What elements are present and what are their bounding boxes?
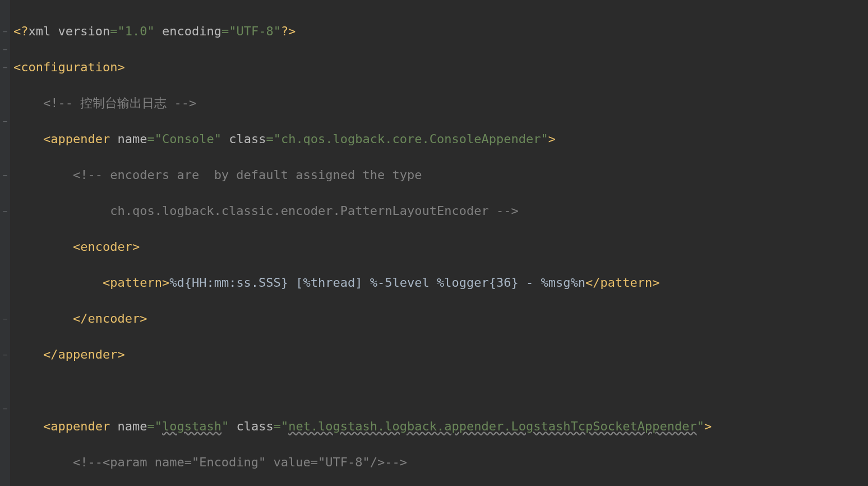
fold-marker[interactable]: − — [3, 22, 7, 40]
fold-marker[interactable]: − — [3, 112, 7, 130]
gutter: − − − − − − − − − — [0, 0, 10, 486]
fold-marker[interactable]: − — [3, 166, 7, 184]
xml-prolog: <? — [13, 24, 29, 38]
code-editor[interactable]: − − − − − − − − − <?xml version="1.0" en… — [0, 0, 868, 486]
fold-marker[interactable]: − — [3, 40, 7, 58]
code-line[interactable] — [13, 382, 712, 400]
fold-marker[interactable]: − — [3, 400, 7, 418]
code-line[interactable]: <?xml version="1.0" encoding="UTF-8"?> — [13, 22, 712, 40]
code-line[interactable]: <!-- 控制台输出日志 --> — [13, 94, 712, 112]
fold-marker[interactable]: − — [3, 202, 7, 220]
code-line[interactable]: </encoder> — [13, 310, 712, 328]
code-line[interactable]: <configuration> — [13, 58, 712, 76]
code-line[interactable]: <appender name="logstash" class="net.log… — [13, 418, 712, 435]
code-line[interactable]: <!-- encoders are by default assigned th… — [13, 166, 712, 184]
fold-marker[interactable]: − — [3, 310, 7, 328]
code-line[interactable]: <pattern>%d{HH:mm:ss.SSS} [%thread] %-5l… — [13, 274, 712, 292]
fold-marker[interactable]: − — [3, 58, 7, 76]
code-area[interactable]: <?xml version="1.0" encoding="UTF-8"?> <… — [10, 0, 712, 486]
code-line[interactable]: ch.qos.logback.classic.encoder.PatternLa… — [13, 202, 712, 220]
code-line[interactable]: <encoder> — [13, 238, 712, 256]
code-line[interactable]: </appender> — [13, 346, 712, 364]
code-line[interactable]: <!--<param name="Encoding" value="UTF-8"… — [13, 453, 712, 471]
code-line[interactable]: <appender name="Console" class="ch.qos.l… — [13, 130, 712, 148]
fold-marker[interactable]: − — [3, 346, 7, 364]
